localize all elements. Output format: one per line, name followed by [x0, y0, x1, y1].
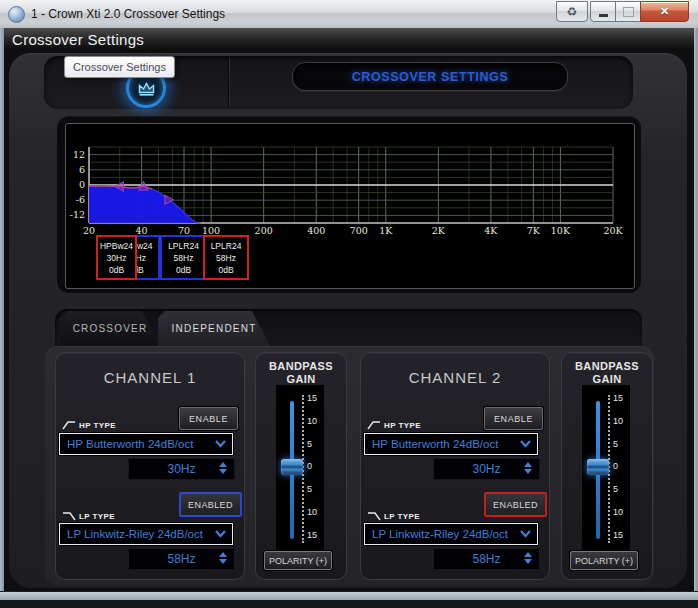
filter-name: LPLR24 [211, 240, 242, 252]
close-button[interactable]: ✕ [640, 1, 689, 22]
polarity-button[interactable]: POLARITY (+) [570, 551, 638, 570]
hp-frequency-value: 30Hz [472, 462, 500, 476]
stepper-arrows-icon[interactable] [219, 462, 227, 474]
x-axis-label: 20 [83, 225, 95, 236]
channel-1-panel: CHANNEL 1 ENABLE HP TYPE HP Butterworth … [55, 352, 245, 580]
window-settings-button[interactable]: ♻ [556, 1, 588, 22]
lp-frequency-stepper[interactable]: 58Hz [128, 548, 235, 570]
chevron-down-icon [215, 440, 226, 448]
lp-enabled-button[interactable]: ENABLED [179, 492, 242, 517]
y-axis-label: 12 [73, 149, 85, 160]
x-axis-label: 20K [603, 225, 623, 236]
x-axis-label: 10K [551, 225, 571, 236]
filter-gain: 0dB [218, 264, 233, 276]
title-bar: 1 - Crown Xti 2.0 Crossover Settings ♻ ✕ [0, 0, 698, 29]
x-axis-label: 1K [379, 225, 393, 236]
crossover-settings-display: CROSSOVER SETTINGS [292, 62, 568, 91]
hp-frequency-value: 30Hz [167, 462, 195, 476]
hp-frequency-stepper[interactable]: 30Hz [433, 458, 540, 480]
gain-scale-label: 15 [613, 530, 629, 540]
crossover-marker[interactable] [139, 182, 148, 190]
x-axis-label: 4K [484, 225, 498, 236]
filter-freq: 30Hz [107, 252, 127, 264]
channel-title: CHANNEL 1 [56, 369, 244, 386]
maximize-button[interactable] [615, 1, 642, 22]
hp-frequency-stepper[interactable]: 30Hz [128, 458, 235, 480]
hp-type-value: HP Butterworth 24dB/oct [365, 438, 498, 450]
lp-frequency-value: 58Hz [472, 552, 500, 566]
stepper-arrows-icon[interactable] [524, 462, 532, 474]
x-axis-label: 7K [527, 225, 541, 236]
chevron-down-icon [520, 530, 531, 538]
gain-scale-label: 0 [613, 461, 629, 471]
window-shadow [0, 600, 698, 608]
gain-scale-label: 5 [613, 484, 629, 494]
close-icon: ✕ [660, 5, 669, 18]
bandpass-gain-title: BANDPASS GAIN [256, 360, 346, 386]
y-axis-label: -12 [70, 209, 85, 220]
lp-frequency-value: 58Hz [167, 552, 195, 566]
hp-type-label: HP TYPE [62, 420, 116, 430]
filter-label-hp[interactable]: HPBw24 30Hz 0dB [96, 235, 137, 280]
lp-type-dropdown[interactable]: LP Linkwitz-Riley 24dB/oct [364, 523, 538, 545]
tab-independent[interactable]: INDEPENDENT [158, 311, 270, 346]
gain-scale-label: 0 [307, 461, 323, 471]
gain-scale-label: 5 [307, 484, 323, 494]
polarity-button[interactable]: POLARITY (+) [264, 551, 332, 570]
lp-type-label: LP TYPE [62, 511, 115, 521]
y-axis-label: 0 [79, 179, 85, 190]
crown-icon [137, 81, 156, 96]
gain-slider-handle[interactable] [587, 459, 609, 475]
gain-scale-label: 5 [307, 439, 323, 449]
hp-enable-button[interactable]: ENABLE [179, 407, 238, 430]
gain-scale-label: 15 [307, 393, 323, 403]
hp-type-dropdown[interactable]: HP Butterworth 24dB/oct [59, 433, 233, 455]
y-axis-label: 6 [79, 164, 85, 175]
hp-type-dropdown[interactable]: HP Butterworth 24dB/oct [364, 433, 538, 455]
bandpass-gain-title: BANDPASS GAIN [562, 360, 652, 386]
gain-scale-label: 10 [307, 416, 323, 426]
chevron-down-icon [215, 530, 226, 538]
app-icon [8, 6, 25, 23]
minimize-icon [599, 14, 608, 17]
gain-scale-label: 15 [307, 530, 323, 540]
filter-label-lp-ch1[interactable]: LPLR24 58Hz 0dB [160, 235, 207, 280]
window-title: 1 - Crown Xti 2.0 Crossover Settings [31, 7, 225, 21]
stepper-arrows-icon[interactable] [524, 552, 532, 564]
filter-gain: 0dB [109, 264, 124, 276]
hp-enable-button[interactable]: ENABLE [484, 407, 543, 430]
filter-name: LPLR24 [168, 240, 199, 252]
chevron-down-icon [520, 440, 531, 448]
page-title: Crossover Settings [4, 31, 144, 48]
lowpass-icon [62, 511, 76, 521]
stepper-arrows-icon[interactable] [219, 552, 227, 564]
highpass-icon [62, 420, 76, 430]
gain-scale-label: 5 [613, 439, 629, 449]
channel-title: CHANNEL 2 [361, 369, 549, 386]
toolbar-divider [228, 58, 229, 107]
hp-type-label: HP TYPE [367, 420, 421, 430]
bandpass-gain-2-panel: BANDPASS GAIN 15105051015 POLARITY (+) [561, 352, 653, 580]
x-axis-label: 2K [432, 225, 446, 236]
gain-scale-label: 10 [613, 507, 629, 517]
lp-enabled-button[interactable]: ENABLED [484, 492, 547, 517]
lowpass-icon [367, 511, 381, 521]
filter-freq: 58Hz [216, 252, 236, 264]
x-axis-label: 400 [307, 225, 325, 236]
lp-type-dropdown[interactable]: LP Linkwitz-Riley 24dB/oct [59, 523, 233, 545]
tooltip: Crossover Settings [64, 56, 175, 78]
hp-type-value: HP Butterworth 24dB/oct [60, 438, 193, 450]
app-header: Crossover Settings [4, 28, 694, 50]
gain-scale-label: 10 [613, 416, 629, 426]
filter-label-lp-ch2[interactable]: LPLR24 58Hz 0dB [203, 235, 249, 280]
settings-icon: ♻ [567, 5, 578, 19]
gain-scale-label: 10 [307, 507, 323, 517]
lp-frequency-stepper[interactable]: 58Hz [433, 548, 540, 570]
x-axis-label: 200 [255, 225, 273, 236]
channel-2-panel: CHANNEL 2 ENABLE HP TYPE HP Butterworth … [360, 352, 550, 580]
tooltip-text: Crossover Settings [73, 61, 166, 73]
filter-freq: 58Hz [174, 252, 194, 264]
gain-slider-handle[interactable] [281, 459, 303, 475]
highpass-icon [367, 420, 381, 430]
minimize-button[interactable] [590, 1, 617, 22]
